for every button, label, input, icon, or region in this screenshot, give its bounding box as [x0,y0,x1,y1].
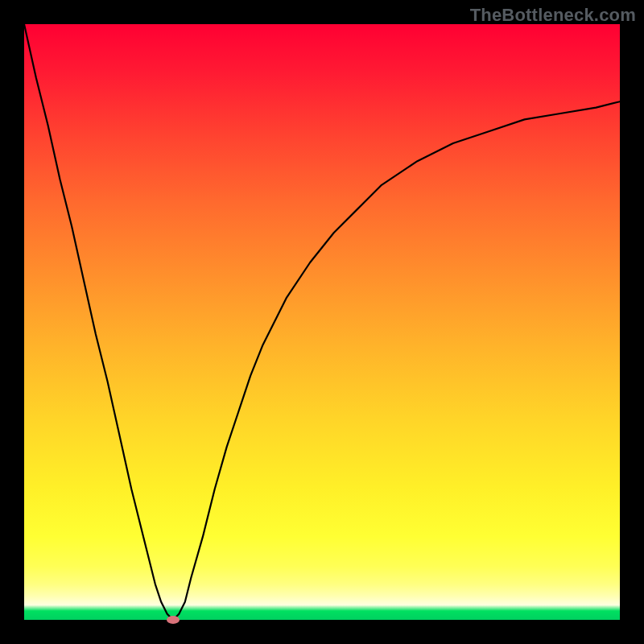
minimum-marker-icon [167,616,180,624]
source-watermark: TheBottleneck.com [470,5,636,26]
curve-svg [24,24,620,620]
bottleneck-curve [24,24,620,620]
plot-area [24,24,620,620]
chart-frame: TheBottleneck.com [0,0,644,644]
